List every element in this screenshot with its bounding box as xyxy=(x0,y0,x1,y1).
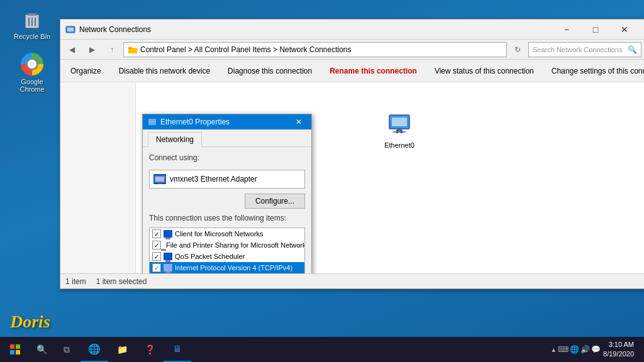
chrome-icon xyxy=(21,53,43,75)
rename-button[interactable]: Rename this connection xyxy=(325,64,422,78)
items-list-container: ✓ Client for Microsoft Networks ✓ File a… xyxy=(149,228,305,273)
adapter-name: vmxnet3 Ethernet Adapter xyxy=(170,175,257,184)
chrome-label: Google Chrome xyxy=(13,78,52,93)
path-text: Control Panel > All Control Panel Items … xyxy=(140,45,352,54)
task-view-button[interactable]: ⧉ xyxy=(53,337,80,362)
disable-button[interactable]: Disable this network device xyxy=(114,64,215,78)
connect-using-label: Connect using: xyxy=(149,153,305,162)
network-taskbar-button[interactable]: 🖥 xyxy=(164,337,191,362)
list-item-3[interactable]: ✓ QoS Packet Scheduler xyxy=(150,251,304,262)
item-icon-3 xyxy=(164,253,172,260)
list-item-1[interactable]: ✓ Client for Microsoft Networks xyxy=(150,228,304,239)
search-icon: 🔍 xyxy=(36,344,47,354)
item-icon-1 xyxy=(164,230,172,238)
content-area: Ethernet0 Ethernet0 Properties ✕ Networ xyxy=(60,82,644,273)
close-button[interactable]: ✕ xyxy=(610,19,639,40)
toolbar: Organize Disable this network device Dia… xyxy=(60,60,644,82)
tray-arrow[interactable]: ▲ xyxy=(550,346,557,353)
doris-watermark: Doris xyxy=(10,312,50,332)
help-button[interactable]: ❓ xyxy=(136,337,164,362)
search-box[interactable]: Search Network Connections 🔍 xyxy=(528,42,641,57)
svg-rect-12 xyxy=(393,131,406,133)
dialog-title: Ethernet0 Properties xyxy=(160,118,287,126)
help-icon: ❓ xyxy=(145,344,155,354)
svg-rect-1 xyxy=(28,13,36,15)
refresh-button[interactable]: ↻ xyxy=(509,41,526,58)
checkbox-1[interactable]: ✓ xyxy=(152,229,161,238)
up-button[interactable]: ↑ xyxy=(103,41,121,58)
networking-tab[interactable]: Networking xyxy=(148,132,202,147)
item-count: 1 item xyxy=(65,277,86,286)
dialog-tabs: Networking xyxy=(143,129,311,147)
forward-button[interactable]: ▶ xyxy=(83,41,101,58)
desktop: Recycle Bin Google Chrome Doris Network … xyxy=(0,0,644,362)
ie-button[interactable]: 🌐 xyxy=(80,337,108,362)
window-icon xyxy=(65,25,75,35)
view-status-button[interactable]: View status of this connection xyxy=(430,64,539,78)
system-tray: ▲ ⌨ 🌐 🔊 💬 xyxy=(548,345,603,354)
task-view-icon: ⧉ xyxy=(64,344,70,355)
svg-rect-19 xyxy=(160,182,162,184)
taskbar-clock[interactable]: 3:10 AM 8/19/2020 xyxy=(603,340,639,359)
folder-icon xyxy=(128,45,138,55)
svg-rect-8 xyxy=(128,47,132,49)
svg-rect-17 xyxy=(155,177,164,182)
keyboard-icon: ⌨ xyxy=(558,345,569,354)
main-panel: Ethernet0 Ethernet0 Properties ✕ Networ xyxy=(136,82,644,273)
minimize-button[interactable]: − xyxy=(552,19,581,40)
back-button[interactable]: ◀ xyxy=(63,41,80,58)
svg-rect-14 xyxy=(401,130,402,133)
svg-rect-10 xyxy=(392,118,407,126)
window-titlebar: Network Connections − □ ✕ xyxy=(60,19,644,40)
recycle-bin-label: Recycle Bin xyxy=(14,33,50,40)
action-center-icon[interactable]: 💬 xyxy=(591,345,601,354)
organize-button[interactable]: Organize xyxy=(65,64,106,78)
taskbar-date-text: 8/19/2020 xyxy=(603,349,634,359)
checkbox-4[interactable]: ✓ xyxy=(152,263,161,272)
svg-rect-13 xyxy=(396,130,398,133)
windows-logo xyxy=(9,344,21,355)
desktop-icon-recycle-bin[interactable]: Recycle Bin xyxy=(10,5,54,43)
window-title: Network Connections xyxy=(79,25,548,34)
dialog-close-button[interactable]: ✕ xyxy=(291,114,306,129)
search-icon: 🔍 xyxy=(628,45,637,54)
window-controls: − □ ✕ xyxy=(552,19,639,40)
properties-dialog: Ethernet0 Properties ✕ Networking Connec… xyxy=(142,114,312,273)
list-item-4[interactable]: ✓ Internet Protocol Version 4 (TCP/IPv4)… xyxy=(150,262,304,273)
volume-icon[interactable]: 🔊 xyxy=(580,345,590,354)
desktop-icon-chrome[interactable]: Google Chrome xyxy=(10,50,54,96)
sidebar xyxy=(60,82,136,273)
checkbox-3[interactable]: ✓ xyxy=(152,252,161,261)
items-listbox[interactable]: ✓ Client for Microsoft Networks ✓ File a… xyxy=(149,228,305,273)
svg-rect-22 xyxy=(10,350,14,354)
item-label-3: QoS Packet Scheduler xyxy=(175,253,245,260)
start-button[interactable] xyxy=(0,337,30,362)
configure-button[interactable]: Configure... xyxy=(245,194,305,209)
file-explorer-icon: 📁 xyxy=(117,344,128,354)
item-label-4: Internet Protocol Version 4 (TCP/IPv4) xyxy=(175,264,292,272)
svg-rect-6 xyxy=(67,28,74,31)
network-tray-icon[interactable]: 🌐 xyxy=(570,345,579,354)
address-path[interactable]: Control Panel > All Control Panel Items … xyxy=(123,42,507,57)
svg-rect-23 xyxy=(16,350,20,354)
file-explorer-button[interactable]: 📁 xyxy=(108,337,136,362)
dialog-titlebar: Ethernet0 Properties ✕ xyxy=(143,114,311,129)
ie-icon: 🌐 xyxy=(88,343,101,355)
dialog-icon xyxy=(148,118,157,126)
item-label-1: Client for Microsoft Networks xyxy=(175,230,264,238)
taskbar-time-text: 3:10 AM xyxy=(603,340,634,349)
maximize-button[interactable]: □ xyxy=(581,19,610,40)
svg-rect-21 xyxy=(16,344,20,349)
taskbar: 🔍 ⧉ 🌐 📁 ❓ 🖥 ▲ ⌨ 🌐 🔊 💬 xyxy=(0,337,644,362)
network-connections-window: Network Connections − □ ✕ ◀ ▶ ↑ Control … xyxy=(60,19,644,289)
checkbox-2[interactable]: ✓ xyxy=(152,241,161,250)
dialog-content: Connect using: vmxnet3 Ethernet A xyxy=(143,147,311,273)
search-placeholder: Search Network Connections xyxy=(533,46,622,53)
address-bar: ◀ ▶ ↑ Control Panel > All Control Panel … xyxy=(60,40,644,60)
change-settings-button[interactable]: Change settings of this connection xyxy=(547,64,644,78)
items-label: This connection uses the following items… xyxy=(149,214,305,222)
list-item-2[interactable]: ✓ File and Printer Sharing for Microsoft… xyxy=(150,239,304,251)
item-icon-4 xyxy=(164,264,172,272)
diagnose-button[interactable]: Diagnose this connection xyxy=(223,64,317,78)
taskbar-search-button[interactable]: 🔍 xyxy=(30,337,53,362)
